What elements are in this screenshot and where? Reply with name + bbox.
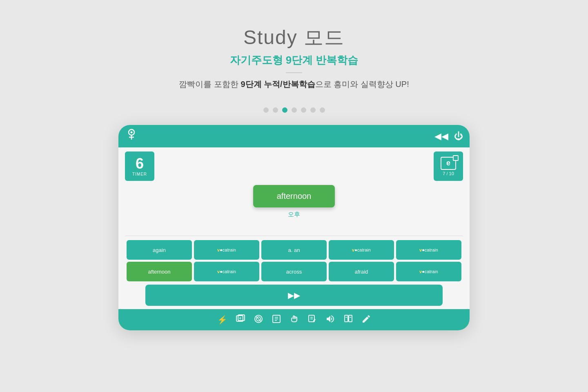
- toolbar-lightning[interactable]: ⚡: [217, 315, 227, 325]
- word-btn-aan[interactable]: a. an: [261, 240, 327, 260]
- desc-prefix: 깜빡이를 포함한: [179, 80, 241, 89]
- dot-6[interactable]: [310, 107, 316, 113]
- top-row: 6 TIMER e 7 / 10: [125, 151, 463, 181]
- toolbar-flashcard[interactable]: e: [236, 314, 245, 326]
- flashcard[interactable]: afternoon: [253, 185, 335, 207]
- word-btn-afraid[interactable]: afraid: [329, 262, 394, 281]
- progress-text: 7 / 10: [443, 171, 454, 176]
- toolbar-audio1[interactable]: [254, 314, 263, 326]
- corner-box: [453, 155, 459, 161]
- svg-point-3: [131, 131, 133, 134]
- fast-forward-icon: ▶▶: [288, 290, 300, 300]
- word-btn-across[interactable]: across: [261, 262, 327, 281]
- toolbar-hand[interactable]: [290, 314, 299, 326]
- separator: [125, 236, 463, 236]
- svg-rect-17: [349, 315, 352, 322]
- flashcard-translation: 오후: [288, 211, 300, 218]
- toolbar-book2[interactable]: [343, 314, 353, 326]
- timer-label: TIMER: [132, 172, 147, 176]
- svg-rect-16: [345, 315, 348, 322]
- dots-container: [263, 107, 325, 113]
- svg-text:e: e: [239, 316, 241, 320]
- word-btn-voca-1[interactable]: v●catrain: [194, 240, 259, 260]
- timer-value: 6: [136, 156, 144, 171]
- toolbar-write[interactable]: [307, 314, 317, 326]
- word-btn-voca-3[interactable]: v●catrain: [396, 240, 461, 260]
- progress-box: e 7 / 10: [434, 151, 463, 181]
- bottom-toolbar: ⚡ e: [118, 309, 470, 330]
- word-grid: again v●catrain a. an v●catrain v●catrai…: [125, 240, 463, 281]
- dot-7[interactable]: [320, 107, 325, 113]
- timer-box: 6 TIMER: [125, 151, 154, 181]
- word-btn-voca-4[interactable]: v●catrain: [194, 262, 259, 281]
- desc-bold: 9단계 누적/반복학습: [241, 80, 315, 89]
- dot-3[interactable]: [282, 107, 287, 113]
- app-content: 6 TIMER e 7 / 10 afternoon 오후 again v●: [118, 147, 470, 309]
- power-button[interactable]: ⏻: [454, 131, 463, 142]
- word-btn-again[interactable]: again: [127, 240, 192, 260]
- e-letter: e: [446, 159, 450, 167]
- dot-5[interactable]: [301, 107, 306, 113]
- word-btn-voca-2[interactable]: v●catrain: [329, 240, 394, 260]
- page-title: Study 모드: [179, 24, 409, 51]
- word-btn-voca-5[interactable]: v●catrain: [396, 262, 461, 281]
- toolbar-audio2[interactable]: [325, 314, 335, 326]
- divider: [286, 72, 302, 73]
- page-header: Study 모드 자기주도형 9단계 반복학습 깜빡이를 포함한 9단계 누적/…: [179, 24, 409, 90]
- dot-2[interactable]: [273, 107, 278, 113]
- app-header: ◀◀ ⏻: [118, 125, 470, 147]
- page-subtitle: 자기주도형 9단계 반복학습: [179, 53, 409, 67]
- flashcard-area: afternoon 오후: [125, 185, 463, 230]
- toolbar-book1[interactable]: [272, 314, 281, 326]
- next-button[interactable]: ▶▶: [145, 285, 443, 306]
- progress-icon: e: [441, 157, 456, 170]
- back-button[interactable]: ◀◀: [434, 131, 448, 142]
- dot-4[interactable]: [292, 107, 297, 113]
- dot-1[interactable]: [263, 107, 269, 113]
- app-logo: [125, 128, 138, 144]
- next-btn-wrapper: ▶▶: [125, 285, 463, 306]
- app-header-right: ◀◀ ⏻: [434, 131, 463, 142]
- desc-suffix: 으로 흥미와 실력향상 UP!: [315, 80, 409, 89]
- toolbar-pencil[interactable]: [361, 314, 371, 326]
- description: 깜빡이를 포함한 9단계 누적/반복학습으로 흥미와 실력향상 UP!: [179, 78, 409, 90]
- device-mockup: ◀◀ ⏻ 6 TIMER e 7 / 10 afternoon 오후: [118, 125, 470, 330]
- word-btn-afternoon[interactable]: afternoon: [127, 262, 192, 281]
